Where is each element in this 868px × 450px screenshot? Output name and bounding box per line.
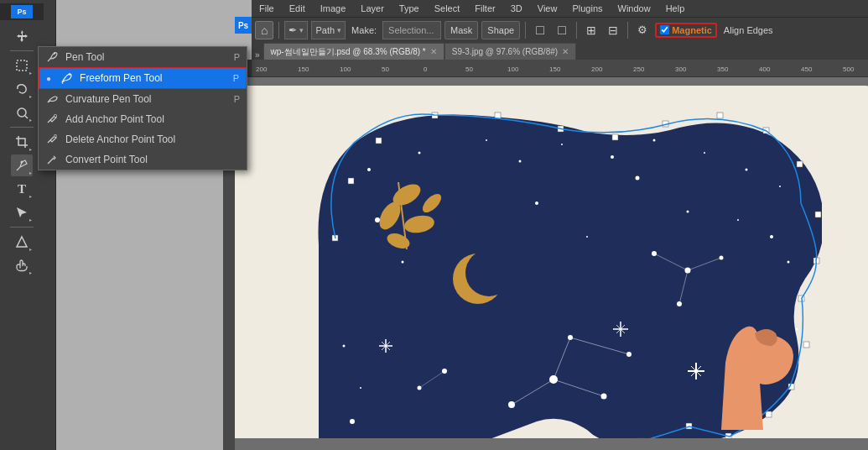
delete-anchor-menu-item[interactable]: Delete Anchor Point Tool (39, 129, 247, 149)
orange-figure-svg (696, 262, 797, 430)
tab-jpg-close[interactable]: ✕ (562, 47, 569, 56)
tab-jpg[interactable]: S9-3.jpg @ 97.6% (RGB/8#) ✕ (444, 43, 576, 60)
convert-point-menu-item[interactable]: Convert Point Tool (39, 149, 247, 170)
menu-filter[interactable]: Filter (472, 3, 497, 14)
settings-btn[interactable]: ⚙ (633, 21, 652, 39)
ps-toolbar-logo: Ps (11, 5, 33, 18)
menu-help[interactable]: Help (663, 3, 688, 14)
pen-tool-icon (45, 50, 59, 64)
tab-psd-label: wp-썸네일만들기.psd @ 68.3% (RGB/8) * (271, 46, 426, 58)
move-tool-btn[interactable] (11, 25, 33, 47)
lasso-tool-btn[interactable]: ▸ (11, 78, 33, 100)
pen-tool-btn[interactable]: ▸ (11, 154, 33, 176)
menu-edit[interactable]: Edit (287, 3, 308, 14)
pen-tool-menu-item[interactable]: Pen Tool P (39, 47, 247, 67)
pen-tool-shortcut: P (234, 52, 240, 62)
mask-button[interactable]: Mask (444, 21, 478, 39)
svg-point-18 (586, 236, 588, 238)
ruler-num-500: 500 (843, 65, 854, 73)
toolbar-sep3 (10, 227, 34, 228)
curvature-pen-menu-item[interactable]: Curvature Pen Tool P (39, 89, 247, 109)
path-align-btn[interactable]: ⊟ (604, 21, 622, 39)
svg-point-55 (601, 394, 607, 400)
type-tool-btn[interactable]: T ▸ (11, 178, 33, 200)
svg-point-62 (685, 268, 691, 274)
toolbar-sep2 (10, 127, 34, 128)
marquee-tool-btn[interactable]: ▸ (11, 55, 33, 76)
separator2 (525, 22, 526, 39)
menu-plugins[interactable]: Plugins (569, 3, 605, 14)
tabs-arrow[interactable]: » (252, 50, 263, 60)
menu-select[interactable]: Select (432, 3, 463, 14)
svg-rect-70 (348, 178, 354, 184)
hand-tool-btn[interactable]: ▸ (11, 254, 33, 276)
freeform-pen-icon (60, 71, 73, 85)
quick-select-btn[interactable]: ▸ (11, 102, 33, 123)
convert-point-icon (45, 153, 59, 166)
path-arrangement-btn[interactable]: ⊞ (582, 21, 600, 39)
crop-tool-btn[interactable]: ▸ (11, 131, 33, 153)
ps-logo: Ps (235, 17, 252, 34)
artwork-clip (252, 94, 822, 438)
home-button[interactable]: ⌂ (255, 21, 273, 39)
toolbar-top: Ps (0, 3, 44, 20)
shape-tool-btn[interactable]: ▸ (11, 231, 33, 253)
svg-point-17 (535, 201, 538, 205)
curvature-pen-shortcut: P (234, 94, 240, 104)
make-label: Make: (349, 25, 379, 35)
selection-field[interactable]: Selection... (382, 21, 441, 39)
menu-window[interactable]: Window (616, 3, 653, 14)
svg-point-64 (677, 301, 682, 306)
svg-point-14 (779, 186, 781, 187)
freeform-pen-label: Freeform Pen Tool (80, 72, 226, 84)
svg-point-15 (375, 217, 380, 222)
tab-psd-close[interactable]: ✕ (430, 47, 437, 56)
pen-tool-label: Pen Tool (65, 51, 227, 63)
svg-rect-0 (17, 60, 27, 71)
svg-point-22 (770, 235, 773, 238)
svg-rect-79 (797, 161, 803, 167)
menu-image[interactable]: Image (318, 3, 349, 14)
curvature-pen-label: Curvature Pen Tool (65, 93, 227, 105)
path-select-btn[interactable]: ▸ (11, 201, 33, 223)
toolbar-sep1 (10, 50, 34, 51)
pen-mode-dropdown[interactable]: ✒ (284, 21, 308, 39)
svg-point-16 (402, 261, 404, 264)
svg-point-8 (519, 160, 522, 163)
menu-file[interactable]: File (257, 3, 277, 14)
svg-point-89 (54, 52, 55, 54)
path-ops-btn1[interactable]: □ (531, 21, 549, 39)
svg-rect-71 (376, 138, 382, 144)
tabs-bar: » wp-썸네일만들기.psd @ 68.3% (RGB/8) * ✕ S9-3… (252, 42, 868, 60)
menu-layer[interactable]: Layer (358, 3, 387, 14)
shape-button[interactable]: Shape (481, 21, 520, 39)
ruler-num-200neg: 200 (256, 65, 267, 73)
svg-point-3 (21, 161, 23, 164)
tab-psd[interactable]: wp-썸네일만들기.psd @ 68.3% (RGB/8) * ✕ (263, 43, 444, 60)
delete-anchor-label: Delete Anchor Point Tool (65, 133, 233, 145)
ruler-num-100: 100 (507, 65, 518, 73)
add-anchor-menu-item[interactable]: Add Anchor Point Tool (39, 109, 247, 129)
menu-type[interactable]: Type (397, 3, 422, 14)
menu-bar: File Edit Image Layer Type Select Filter… (252, 0, 868, 17)
svg-point-13 (746, 169, 748, 171)
artwork-container (235, 86, 868, 438)
path-ops-btn2[interactable]: □ (553, 21, 571, 39)
menu-3d[interactable]: 3D (508, 3, 525, 14)
add-anchor-label: Add Anchor Point Tool (65, 113, 233, 125)
orange-figure (696, 262, 797, 430)
freeform-pen-menu-item[interactable]: ● Freeform Pen Tool P (39, 67, 247, 89)
ruler-num-200: 200 (591, 65, 602, 73)
svg-point-56 (568, 335, 573, 340)
path-type-dropdown[interactable]: Path (311, 21, 346, 39)
menu-view[interactable]: View (535, 3, 560, 14)
add-anchor-icon (45, 112, 59, 126)
svg-point-57 (626, 352, 632, 357)
freeform-pen-shortcut: P (233, 73, 239, 83)
ruler-marks: 200 150 100 50 0 50 100 150 200 250 300 … (252, 60, 868, 76)
magnetic-checkbox[interactable] (660, 25, 669, 34)
magnetic-checkbox-wrap: Magnetic (655, 23, 717, 38)
svg-point-42 (465, 249, 512, 296)
ruler-num-100neg: 100 (340, 65, 351, 73)
svg-rect-80 (815, 212, 821, 217)
